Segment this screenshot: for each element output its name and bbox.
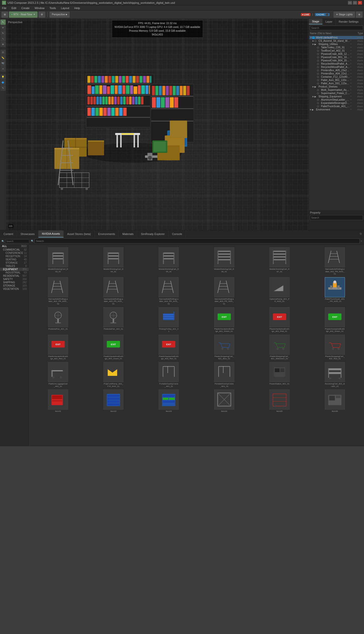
tab-asset-stores[interactable]: Asset Stores (beta) <box>64 230 95 237</box>
rotate-tool[interactable]: ↻ <box>1 31 6 36</box>
annotation-tool[interactable]: ✎ <box>1 86 6 91</box>
category-item[interactable]: VEGETATION103 <box>0 287 29 291</box>
tree-item[interactable]: ⬡RecycledWoodPallet_A02_PR...👁Xform <box>309 65 363 69</box>
property-search-input[interactable] <box>310 215 363 220</box>
stage-search-input[interactable] <box>310 26 363 30</box>
tree-item[interactable]: ⬡Pallet_Asm_B01_133x112x47...👁Xform <box>309 78 363 82</box>
tree-item[interactable]: ⬡PrintersBox_A04_22x28x20c...👁Xform <box>309 72 363 75</box>
tree-item[interactable]: ⬡ToolBoxCart_A02_01👁Xform <box>309 49 363 52</box>
minimize-btn[interactable]: — <box>348 1 352 5</box>
asset-item[interactable]: EXITPlasticHardwiredExitS ign_A03_Red_01 <box>142 334 196 361</box>
asset-item[interactable]: PedestalFan_A02_01 <box>86 307 141 333</box>
category-search-input[interactable] <box>5 239 29 243</box>
move-tool[interactable]: ✛ <box>1 25 6 30</box>
tab-layer[interactable]: Layer <box>323 19 336 24</box>
tree-item[interactable]: ⬡PlywoodCrate_B04_200x100...👁Xform <box>309 59 363 62</box>
tree-item[interactable]: ▶▶Shipping_Equipment👁Xform <box>309 95 363 98</box>
asset-item[interactable]: EXITPlasticHardwiredExitS ign_A01_Green_… <box>197 307 251 333</box>
material-tool[interactable]: 🔷 <box>1 80 6 85</box>
snap-tool[interactable]: ⊡ <box>1 50 6 55</box>
tree-item[interactable]: ⬡RecycledWoodPallet_A02_PR...👁Xform <box>309 62 363 65</box>
asset-item[interactable]: PlatformLuggageCart _A01_01 <box>31 362 85 388</box>
asset-item[interactable]: NarrowAisleRollingLa dder_A01_PR_NVD_01 <box>308 247 362 276</box>
asset-item[interactable]: ReceivingCart_A01_Bl a01_01 <box>308 362 362 388</box>
asset-item[interactable]: Item31 <box>31 389 85 413</box>
tab-showcases[interactable]: Showcases <box>17 230 38 237</box>
asset-item[interactable]: MobileShelvingCart_D 04_01 <box>86 247 141 276</box>
category-item[interactable]: CONFERENCE11 <box>0 251 29 255</box>
stage-lights-button[interactable]: ☀ Stage Lights <box>334 12 355 18</box>
asset-search-input[interactable] <box>35 239 360 244</box>
tab-console[interactable]: Console <box>168 230 186 237</box>
window-controls[interactable]: — □ ✕ <box>348 1 362 5</box>
asset-item[interactable]: Item32 <box>86 389 141 413</box>
asset-item[interactable]: Item34 <box>197 389 251 413</box>
tree-item[interactable]: ⬡AluminumStepLadder_D03_I...👁Xform <box>309 98 363 101</box>
menu-file[interactable]: File <box>1 7 8 10</box>
category-item[interactable]: EQUIPMENT351 <box>0 268 29 271</box>
menu-edit[interactable]: Edit <box>11 7 17 10</box>
tree-item[interactable]: ▶▶Environment👁Xform <box>309 108 363 111</box>
physics-tool[interactable]: ⚛ <box>1 66 6 71</box>
grid-button[interactable]: ⊞ <box>2 12 8 18</box>
tree-item[interactable]: ⬡TableTrolley_C05_01👁Xform <box>309 46 363 49</box>
asset-item[interactable]: MobileShelvingCart_D 03_01 <box>31 247 85 276</box>
category-item[interactable]: ALL3022 <box>0 244 29 248</box>
category-item[interactable]: COMMERCIAL82 <box>0 248 29 251</box>
asset-item[interactable]: PalletTruckScale_A01_ PR_NVD_01 <box>308 277 362 306</box>
asset-item[interactable]: Item35 <box>252 389 307 413</box>
viewport[interactable]: FPS: 44.81, Frame time: 22.32 ms NVIDIA … <box>6 19 309 230</box>
asset-item[interactable]: EXITPlasticHardwiredExitS ign_A02_Red_01 <box>31 334 85 361</box>
asset-item[interactable]: MobileShelvingCart_D 05_01 <box>142 247 196 276</box>
scale-tool[interactable]: ⤡ <box>1 36 6 41</box>
category-item[interactable]: RESIDENTIAL507 <box>0 274 29 278</box>
asset-item[interactable]: Item36 <box>308 389 362 413</box>
asset-item[interactable]: PortableGantryCrane_ A01_01 <box>142 362 196 388</box>
asset-item[interactable]: EXITPlasticHardwiredExitS ign_A01_Red_01 <box>252 307 307 333</box>
tree-item[interactable]: ▼🌐World (defaultPrim)👁Xform <box>309 36 363 39</box>
asset-item[interactable]: PickingTrolley_A01_01 <box>142 307 196 333</box>
asset-item[interactable]: MobileShelvingCart_D 07_01 <box>252 247 307 276</box>
asset-item[interactable]: NarrowAisleRollingLa dder_A02_PR_NVD_01 <box>31 277 85 306</box>
tree-item[interactable]: ⬡Multi_Supermarket_Assetpa...👁Xform <box>309 88 363 92</box>
category-item[interactable]: INDUSTRIAL63 <box>0 271 29 274</box>
asset-item[interactable]: PedestalFan_A01_01 <box>31 307 85 333</box>
select-tool[interactable]: ↖ <box>1 20 6 25</box>
asset-item[interactable]: PlasticShoppingCart_ A01_A0kGreen_01 <box>252 334 307 361</box>
menu-tools[interactable]: Tools <box>49 7 57 10</box>
asset-item[interactable]: PortableGantryCrane_ B01_01 <box>197 362 251 388</box>
asset-item[interactable]: PlasticShoppingCart_ A02_Red_01 <box>308 334 362 361</box>
asset-item[interactable]: EXITPlasticHardwiredExitS ign_A03_Green_… <box>86 334 141 361</box>
tab-materials[interactable]: Materials <box>119 230 138 237</box>
tree-item[interactable]: ⬡PrintersBox_A05_23x28x23c...👁Xform <box>309 69 363 72</box>
tab-nvidia-assets[interactable]: NVIDIA Assets <box>38 230 64 237</box>
category-item[interactable]: STORAGE103 <box>0 284 29 287</box>
scene-tree[interactable]: ▼🌐World (defaultPrim)👁Xform▶⬡CS_Ascend_S… <box>309 35 364 210</box>
tree-item[interactable]: ▶▶Shipping_Utilities👁Xform <box>309 43 363 46</box>
camera-tool[interactable]: 📷 <box>1 61 6 66</box>
asset-item[interactable]: NarrowAisleRollingLa dder_A04_PR_NVD_01 <box>142 277 196 306</box>
category-item[interactable]: SAFETY330 <box>0 278 29 281</box>
category-item[interactable]: STORAGE17 <box>0 261 29 264</box>
menu-layout[interactable]: Layout <box>60 7 70 10</box>
tree-item[interactable]: ⬡Supermarket_Potato_Chips_...👁Xform <box>309 92 363 95</box>
asset-item[interactable]: PlasticShoppingCart_ A01_Blue_01 <box>197 334 251 361</box>
asset-item[interactable]: OptionalRamp_A01_P R_NVD_01 <box>252 277 307 306</box>
asset-item[interactable]: Item33 <box>142 389 196 413</box>
tree-item[interactable]: ⬡Container_F12_123x80x89cn...👁Xform <box>309 75 363 78</box>
universal-tool[interactable]: ⊕ <box>1 42 6 47</box>
tab-environments[interactable]: Environments <box>95 230 119 237</box>
tab-content[interactable]: Content <box>0 230 17 237</box>
menu-help[interactable]: Help <box>73 7 81 10</box>
tree-item[interactable]: ⬡PlywoodCrate_A06_120x120...👁Xform <box>309 52 363 56</box>
asset-item[interactable]: MobileShelvingCart_D 06_01 <box>197 247 251 276</box>
menu-window[interactable]: Window <box>34 7 46 10</box>
asset-item[interactable]: EXITPlasticHardwiredExitS ign_A02_Green_… <box>308 307 362 333</box>
tree-item[interactable]: ⬡ExpandableBeverageDollyCa...👁Xform <box>309 101 363 105</box>
rtx-settings-button[interactable]: ⚙ <box>38 12 45 18</box>
tree-item[interactable]: ▶▶Product_Shelves👁Xform <box>309 85 363 88</box>
measure-tool[interactable]: 📏 <box>1 55 6 60</box>
tree-item[interactable]: ⬡Pallet_Asm_D01_115x136x1C...👁Xform <box>309 82 363 85</box>
tab-stage[interactable]: Stage <box>309 19 323 24</box>
maximize-btn[interactable]: □ <box>353 1 357 5</box>
